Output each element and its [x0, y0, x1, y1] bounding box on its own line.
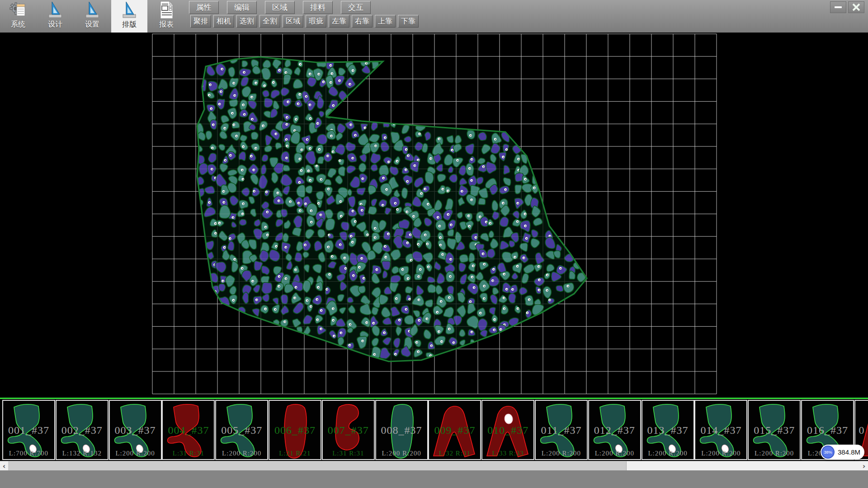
- thumbnail-tile[interactable]: 005_#37L:200 R:200: [215, 400, 268, 460]
- thumbnail-tile[interactable]: 015_#37L:200 R:200: [748, 400, 801, 460]
- piece-thumbnail-strip: 001_#37L:700 R:700002_#37L:132 R:132003_…: [0, 400, 868, 460]
- action-cut-all[interactable]: 全割: [259, 15, 280, 28]
- app-button-label: 排版: [122, 20, 137, 29]
- thumbnail-tile[interactable]: 007_#37L:31 R:31: [322, 400, 375, 460]
- action-select-cut[interactable]: 选割: [236, 15, 257, 28]
- app-button-label: 系统: [11, 20, 25, 29]
- action-align-left[interactable]: 左靠: [329, 15, 349, 28]
- action-camera[interactable]: 相机: [213, 15, 234, 28]
- thumbnail-tile[interactable]: 009_#37L:32 R:31: [428, 400, 481, 460]
- ruler-icon: [120, 0, 138, 20]
- app-button-label: 报表: [159, 20, 174, 29]
- gear-icon: [9, 0, 27, 20]
- thumbnail-tile[interactable]: 010_#37L:33 R:33: [481, 400, 534, 460]
- action-cluster-nest[interactable]: 聚排: [190, 15, 211, 28]
- tab-nesting[interactable]: 排料: [303, 1, 333, 14]
- toolbar: 系统 设计 设置: [0, 0, 868, 33]
- status-bar: [0, 470, 868, 488]
- nesting-canvas[interactable]: [0, 33, 868, 399]
- scroll-left-icon[interactable]: ‹: [0, 461, 8, 471]
- app-button-label: 设计: [48, 20, 62, 29]
- action-region[interactable]: 区域: [283, 15, 303, 28]
- ruler-icon: [46, 0, 64, 20]
- close-button[interactable]: [848, 1, 864, 13]
- memory-badge: 38% 384.8M: [821, 445, 864, 460]
- action-align-right[interactable]: 右靠: [352, 15, 373, 28]
- scroll-right-icon[interactable]: ›: [860, 461, 868, 471]
- action-button-row: 聚排 相机 选割 全割 区域 瑕疵 左靠 右靠 上靠 下靠: [190, 15, 419, 28]
- thumbnail-tile[interactable]: 012_#37L:200 R:200: [588, 400, 641, 460]
- report-icon: [157, 0, 175, 20]
- action-defect[interactable]: 瑕疵: [306, 15, 326, 28]
- thumbnail-tile[interactable]: 011_#37L:200 R:200: [535, 400, 588, 460]
- thumbnail-tile[interactable]: 003_#37L:200 R:200: [109, 400, 162, 460]
- menu-tab-row: 属性 编辑 区域 排料 交互: [189, 1, 371, 14]
- close-icon: [852, 3, 860, 11]
- app-button-label: 设置: [85, 20, 99, 29]
- tab-interaction[interactable]: 交互: [341, 1, 371, 14]
- memory-value: 384.8M: [838, 448, 860, 456]
- application-window: 系统 设计 设置: [0, 0, 868, 488]
- tab-region[interactable]: 区域: [265, 1, 295, 14]
- thumbnail-tile[interactable]: 006_#37L:21 R:21: [269, 400, 321, 460]
- action-align-bottom[interactable]: 下靠: [398, 15, 419, 28]
- app-button-system[interactable]: 系统: [0, 0, 36, 33]
- minimize-icon: [835, 6, 842, 8]
- app-button-report[interactable]: 报表: [148, 0, 184, 33]
- memory-percent-badge: 38%: [821, 446, 835, 459]
- tab-properties[interactable]: 属性: [189, 1, 219, 14]
- minimize-button[interactable]: [830, 1, 846, 13]
- thumbnail-tile[interactable]: 002_#37L:132 R:132: [56, 400, 108, 460]
- action-align-top[interactable]: 上靠: [375, 15, 396, 28]
- app-button-design[interactable]: 设计: [37, 0, 73, 33]
- thumbnail-tile[interactable]: 013_#37L:200 R:200: [642, 400, 694, 460]
- strip-separator: [0, 398, 868, 399]
- app-button-nesting[interactable]: 排版: [111, 0, 147, 33]
- thumbnail-tile[interactable]: 004_#37L:31 R:31: [162, 400, 215, 460]
- thumbnail-tile[interactable]: 008_#37L:200 R:200: [375, 400, 428, 460]
- thumbnail-tile[interactable]: 001_#37L:700 R:700: [2, 400, 55, 460]
- ruler-icon: [83, 0, 101, 20]
- app-button-settings[interactable]: 设置: [74, 0, 110, 33]
- thumbnail-tile[interactable]: 014_#37L:200 R:200: [694, 400, 747, 460]
- horizontal-scrollbar[interactable]: ‹ ›: [0, 461, 868, 471]
- tab-edit[interactable]: 编辑: [227, 1, 257, 14]
- scrollbar-thumb[interactable]: [8, 461, 627, 471]
